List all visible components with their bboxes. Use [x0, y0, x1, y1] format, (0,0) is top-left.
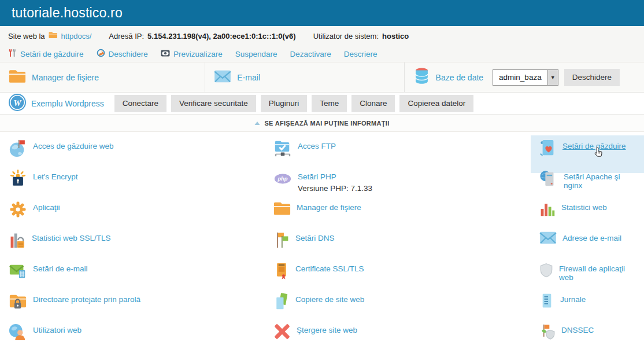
wp-themes-button[interactable]: Teme — [312, 95, 347, 112]
tools-grid: Acces de găzduire web Acces FTP Setări d… — [0, 132, 644, 354]
ip-value: 5.154.231.198(v4), 2a00:ece1:0:1c::1:0(v… — [147, 32, 296, 41]
tool-logs[interactable]: Jurnale — [539, 292, 644, 323]
tool-link[interactable]: Utilizatori web — [33, 326, 82, 334]
databases-link[interactable]: Baze de date — [436, 73, 484, 82]
tool-link[interactable]: Aplicaţii — [33, 203, 60, 212]
tool-link[interactable]: Directoare protejate prin parolă — [33, 295, 140, 304]
tool-link[interactable]: Statistici web SSL/TLS — [32, 234, 111, 242]
action-bar: Setări de găzduire Deschidere Previzuali… — [0, 46, 644, 62]
folder-icon — [273, 200, 291, 219]
mouse-cursor — [593, 146, 605, 161]
tool-web-users[interactable]: Utilizatori web — [9, 323, 273, 354]
tool-file-manager[interactable]: Manager de fişiere — [273, 200, 539, 231]
tool-link[interactable]: Certificate SSL/TLS — [295, 264, 364, 273]
chevron-down-icon: ▼ — [547, 70, 558, 85]
bars-lock-icon — [9, 231, 26, 252]
site-web-label: Site web la — [8, 32, 45, 41]
description-action[interactable]: Descriere — [344, 50, 377, 58]
tool-waf[interactable]: Firewall de aplicaţii web — [539, 262, 644, 292]
tool-applications[interactable]: Aplicaţii — [9, 200, 273, 231]
tool-email-settings[interactable]: Setări de e-mail — [9, 262, 273, 292]
apache-server-icon — [539, 170, 558, 190]
tool-hosting-settings[interactable]: Setări de găzduire — [531, 135, 644, 173]
tool-web-statistics[interactable]: Statistici web — [539, 200, 644, 231]
tool-link[interactable]: Setări Apache şi nginx — [564, 172, 620, 190]
tool-link[interactable]: Statistici web — [561, 203, 607, 212]
tool-link[interactable]: Jurnale — [560, 295, 586, 304]
tool-ssl-certificates[interactable]: Certificate SSL/TLS — [273, 262, 539, 292]
tool-link[interactable]: Acces FTP — [298, 142, 336, 150]
tool-protected-directories[interactable]: Directoare protejate prin parolă — [9, 292, 273, 323]
system-user-value: hostico — [382, 32, 409, 41]
system-user-label: Utilizator de sistem: — [313, 32, 379, 41]
window-header: tutoriale.hostico.ro — [0, 0, 644, 26]
tool-link[interactable]: Copiere de site web — [295, 295, 364, 304]
tool-dns-settings[interactable]: Setări DNS — [273, 231, 539, 262]
file-manager-link[interactable]: Manager de fişiere — [32, 73, 99, 82]
tool-link[interactable]: Firewall de aplicaţii web — [559, 264, 625, 282]
wp-security-check-button[interactable]: Verificare securitate — [171, 95, 256, 112]
hosting-settings-action[interactable]: Setări de găzduire — [8, 49, 84, 59]
chevron-up-icon — [254, 121, 260, 126]
email-quick[interactable]: E-mail — [205, 62, 404, 92]
tool-link[interactable]: Setări PHP — [298, 172, 336, 181]
tool-link[interactable]: Let's Encrypt — [33, 172, 78, 181]
tool-lets-encrypt[interactable]: Let's Encrypt — [9, 170, 273, 200]
tool-website-copying[interactable]: Copiere de site web — [273, 292, 539, 323]
open-site-action[interactable]: Deschidere — [97, 49, 148, 59]
wordpress-site-link[interactable]: Exemplu Wordpress — [31, 99, 104, 108]
suspend-action[interactable]: Suspendare — [235, 50, 277, 58]
tool-php-settings[interactable]: php Setări PHP Versiune PHP: 7.1.33 — [273, 170, 539, 200]
php-icon: php — [273, 170, 292, 190]
ip-label: Adresă IP: — [109, 32, 144, 41]
wrench-icon — [8, 49, 17, 59]
open-icon — [97, 49, 105, 59]
preview-eye-icon — [161, 49, 170, 59]
dns-flags-icon — [273, 231, 290, 252]
mail-icon — [539, 231, 557, 247]
tool-link[interactable]: Setări de e-mail — [33, 264, 88, 273]
quick-access-row: Manager de fişiere E-mail Baze de date a… — [0, 62, 644, 93]
copy-site-icon — [273, 292, 290, 313]
wp-plugins-button[interactable]: Pluginuri — [261, 95, 308, 112]
tool-apache-nginx-settings[interactable]: Setări Apache şi nginx — [539, 170, 644, 200]
tool-web-hosting-access[interactable]: Acces de găzduire web — [9, 139, 273, 170]
preview-action[interactable]: Previzualizare — [161, 49, 223, 59]
tool-link[interactable]: Ştergere site web — [297, 326, 357, 334]
bar-chart-icon — [539, 200, 556, 220]
journal-icon — [539, 292, 554, 312]
database-select[interactable]: admin_baza ▼ — [493, 69, 558, 86]
deactivate-action[interactable]: Dezactivare — [290, 50, 331, 58]
tool-dnssec[interactable]: DNSSEC — [539, 323, 644, 354]
certificate-icon — [273, 262, 290, 282]
show-less-toggle[interactable]: SE AFIŞEAZĂ MAI PUŢINE INFORMAŢII — [0, 115, 644, 132]
wordpress-icon: W — [8, 93, 27, 114]
delete-x-icon — [273, 323, 291, 343]
web-user-icon — [9, 323, 27, 344]
tool-link[interactable]: Manager de fişiere — [297, 203, 361, 212]
database-icon — [413, 67, 430, 87]
svg-text:W: W — [13, 98, 22, 107]
mail-icon — [214, 69, 231, 86]
folder-lock-icon — [9, 292, 27, 313]
tool-link[interactable]: Setări DNS — [295, 234, 335, 242]
tool-email-addresses[interactable]: Adrese de e-mail — [539, 231, 644, 262]
database-open-button[interactable]: Deschidere — [564, 69, 620, 86]
dnssec-icon — [539, 323, 556, 344]
tool-remove-website[interactable]: Ştergere site web — [273, 323, 539, 354]
httpdocs-link[interactable]: httpdocs/ — [61, 32, 92, 41]
wp-clone-button[interactable]: Clonare — [351, 95, 395, 112]
wp-copy-data-button[interactable]: Copierea datelor — [399, 95, 473, 112]
email-link[interactable]: E-mail — [237, 73, 260, 82]
php-version-text: Versiune PHP: 7.1.33 — [298, 184, 372, 193]
wp-connect-button[interactable]: Conectare — [114, 95, 166, 112]
tool-ftp-access[interactable]: Acces FTP — [273, 139, 539, 170]
tool-link[interactable]: Adrese de e-mail — [562, 234, 621, 242]
tool-link[interactable]: Acces de găzduire web — [33, 142, 114, 150]
tool-link[interactable]: DNSSEC — [561, 326, 594, 334]
tool-ssl-web-statistics[interactable]: Statistici web SSL/TLS — [9, 231, 273, 262]
svg-text:php: php — [277, 175, 287, 182]
file-manager-quick[interactable]: Manager de fişiere — [0, 62, 205, 92]
hosting-settings-icon — [539, 139, 557, 160]
mail-settings-icon — [9, 262, 27, 282]
